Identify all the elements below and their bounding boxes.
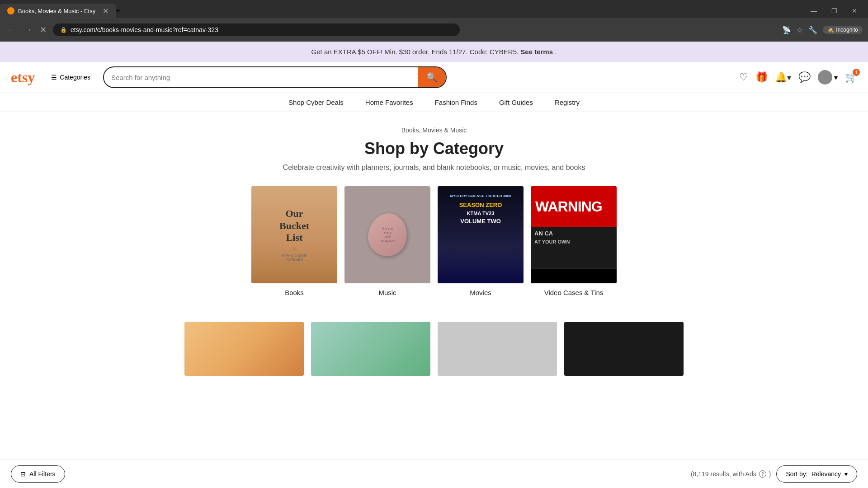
main-nav: Shop Cyber Deals Home Favorites Fashion … <box>0 93 868 112</box>
tab-bar: Books, Movies & Music - Etsy ✕ + — ❐ ✕ <box>0 0 868 18</box>
product-thumb-3[interactable] <box>438 322 557 376</box>
cart-badge: 1 <box>853 69 860 76</box>
nav-cyber-deals[interactable]: Shop Cyber Deals <box>288 99 344 106</box>
cart-icon[interactable]: 🛒 1 <box>845 71 857 83</box>
bookmark-icon[interactable]: ☆ <box>797 26 803 34</box>
video-label: Video Cases & Tins <box>544 289 604 296</box>
results-info-icon[interactable]: ? <box>759 470 766 478</box>
url-input[interactable] <box>71 26 453 33</box>
product-thumb-1[interactable] <box>184 322 304 376</box>
tab-favicon <box>7 7 14 14</box>
tab-close-btn[interactable]: ✕ <box>103 7 108 15</box>
category-card-music[interactable]: find youeverytime12.16.2018 Music <box>344 186 430 296</box>
books-image: OurBucketList ♡ KIRA & JASONFOREVER <box>251 186 337 283</box>
page-subtitle: Celebrate creativity with planners, jour… <box>174 164 694 172</box>
nav-fashion-finds[interactable]: Fashion Finds <box>435 99 477 106</box>
reload-btn[interactable]: ✕ <box>38 23 48 37</box>
restore-btn[interactable]: ❐ <box>828 7 841 14</box>
search-input[interactable] <box>104 69 418 86</box>
minimize-btn[interactable]: — <box>807 7 821 14</box>
tab-title: Books, Movies & Music - Etsy <box>18 8 95 14</box>
etsy-header: etsy ☰ Categories 🔍 ♡ 🎁 🔔▾ 💬 ▾ 🛒 1 <box>0 62 868 93</box>
promo-suffix: . <box>555 48 557 56</box>
hamburger-icon: ☰ <box>51 74 57 81</box>
category-card-movies[interactable]: MYSTERY SCIENCE THEATER 3000 SEASON ZERO… <box>438 186 524 296</box>
notifications-icon[interactable]: 🔔▾ <box>775 71 791 83</box>
gift-icon[interactable]: 🎁 <box>755 71 768 83</box>
browser-toolbar: ← → ✕ 🔒 📡 ☆ 🔧 🕵 Incognito <box>0 18 868 42</box>
incognito-badge: 🕵 Incognito <box>823 26 863 34</box>
incognito-label: Incognito <box>836 27 858 33</box>
search-button[interactable]: 🔍 <box>418 67 446 87</box>
results-info: (8,119 results, with Ads ? ) <box>691 470 771 478</box>
promo-link[interactable]: See terms <box>520 48 553 56</box>
incognito-icon: 🕵 <box>827 27 834 33</box>
category-card-books[interactable]: OurBucketList ♡ KIRA & JASONFOREVER Book… <box>251 186 337 296</box>
sort-button[interactable]: Sort by: Relevancy ▾ <box>776 465 857 483</box>
nav-gift-guides[interactable]: Gift Guides <box>499 99 533 106</box>
nav-registry[interactable]: Registry <box>555 99 580 106</box>
movies-line3: KTMA TV23 <box>450 210 511 217</box>
page-title: Shop by Category <box>174 139 694 158</box>
filter-label: All Filters <box>29 470 56 478</box>
promo-text: Get an EXTRA $5 OFF! Min. $30 order. End… <box>311 48 519 56</box>
breadcrumb: Books, Movies & Music <box>174 127 694 134</box>
books-label: Books <box>285 289 304 296</box>
results-close-paren: ) <box>769 470 771 478</box>
music-image: find youeverytime12.16.2018 <box>344 186 430 283</box>
movies-image: MYSTERY SCIENCE THEATER 3000 SEASON ZERO… <box>438 186 524 283</box>
filter-icon: ⊟ <box>20 470 26 478</box>
sort-label: Sort by: <box>786 470 807 478</box>
cast-icon: 📡 <box>782 26 791 34</box>
sort-dropdown-icon: ▾ <box>844 470 848 478</box>
forward-btn[interactable]: → <box>22 23 33 37</box>
filters-bar: ⊟ All Filters (8,119 results, with Ads ?… <box>0 460 868 488</box>
back-btn[interactable]: ← <box>5 23 17 37</box>
favorites-icon[interactable]: ♡ <box>739 71 748 83</box>
avatar <box>818 70 832 84</box>
video-warning-text: WARNING <box>535 198 602 215</box>
categories-label: Categories <box>60 74 90 81</box>
movies-line1: MYSTERY SCIENCE THEATER 3000 <box>450 193 511 199</box>
product-thumb-4[interactable] <box>564 322 684 376</box>
header-icons: ♡ 🎁 🔔▾ 💬 ▾ 🛒 1 <box>739 70 857 84</box>
window-controls: — ❐ ✕ <box>807 7 868 14</box>
security-icon: 🔒 <box>60 27 67 33</box>
page-content: Books, Movies & Music Shop by Category C… <box>163 112 705 398</box>
address-bar[interactable]: 🔒 <box>53 23 460 36</box>
active-tab[interactable]: Books, Movies & Music - Etsy ✕ <box>0 4 116 18</box>
category-card-video[interactable]: WARNING AN CA AT YOUR OWN Video Cases & … <box>531 186 617 296</box>
etsy-logo[interactable]: etsy <box>11 69 35 86</box>
messages-icon[interactable]: 💬 <box>798 71 811 83</box>
close-btn[interactable]: ✕ <box>848 7 861 14</box>
new-tab-btn[interactable]: + <box>116 7 120 15</box>
results-count: (8,119 results, with Ads <box>691 470 756 478</box>
all-filters-button[interactable]: ⊟ All Filters <box>11 465 65 483</box>
sort-value: Relevancy <box>811 470 841 478</box>
product-row <box>174 314 694 383</box>
nav-home-favorites[interactable]: Home Favorites <box>365 99 413 106</box>
video-image: WARNING AN CA AT YOUR OWN <box>531 186 617 283</box>
promo-banner: Get an EXTRA $5 OFF! Min. $30 order. End… <box>0 42 868 62</box>
toolbar-icons: 📡 ☆ 🔧 🕵 Incognito <box>782 26 863 34</box>
account-dropdown-icon: ▾ <box>834 73 838 82</box>
product-thumb-2[interactable] <box>311 322 430 376</box>
movies-line2: SEASON ZERO <box>450 201 511 210</box>
movies-label: Movies <box>470 289 491 296</box>
category-grid: OurBucketList ♡ KIRA & JASONFOREVER Book… <box>174 186 694 296</box>
music-label: Music <box>378 289 396 296</box>
account-menu[interactable]: ▾ <box>818 70 838 84</box>
extensions-icon[interactable]: 🔧 <box>808 26 817 34</box>
movies-line4: VOLUME TWO <box>450 217 511 226</box>
categories-button[interactable]: ☰ Categories <box>46 70 96 84</box>
search-bar[interactable]: 🔍 <box>103 66 447 88</box>
